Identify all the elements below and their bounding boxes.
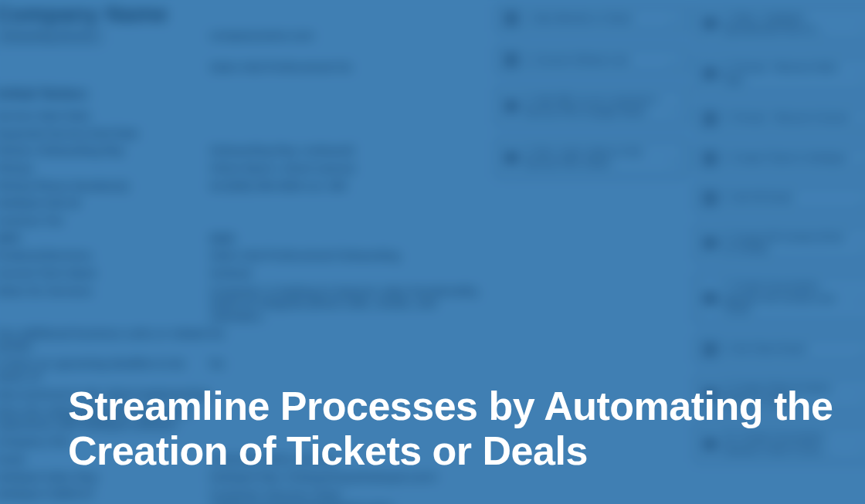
headline-text: Streamline Processes by Automating the C… (68, 384, 834, 473)
